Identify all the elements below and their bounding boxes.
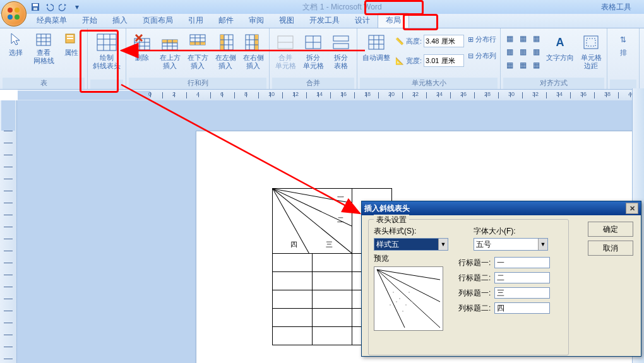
tab-classic[interactable]: 经典菜单 <box>29 13 75 28</box>
titlebar: ▾ 文档 1 - Microsoft Word 表格工具 <box>0 0 644 14</box>
align-mr-icon[interactable]: ▦ <box>530 45 542 58</box>
office-button[interactable] <box>1 1 27 27</box>
delete-icon <box>132 32 152 52</box>
properties-button[interactable]: 属性 <box>58 31 85 58</box>
align-tl-icon[interactable]: ▦ <box>503 32 516 45</box>
height-input[interactable] <box>424 35 464 47</box>
col2-label: 列标题二: <box>458 303 491 314</box>
table-cell[interactable] <box>313 254 352 272</box>
table-cell[interactable] <box>273 309 313 327</box>
split-table-button[interactable]: 拆分 表格 <box>328 31 354 71</box>
text-dir-icon: A <box>550 32 570 52</box>
tab-design[interactable]: 设计 <box>347 13 378 28</box>
col1-label: 列标题一: <box>458 288 491 299</box>
align-br-icon[interactable]: ▦ <box>530 59 542 71</box>
table-draw-icon <box>97 32 117 52</box>
tab-review[interactable]: 审阅 <box>241 13 271 28</box>
align-tr-icon[interactable]: ▦ <box>530 32 542 45</box>
table-cell[interactable] <box>313 327 352 345</box>
cursor-icon <box>8 32 23 47</box>
svg-rect-32 <box>190 42 205 45</box>
insert-above-button[interactable]: 在上方 插入 <box>157 31 183 71</box>
insert-below-button[interactable]: 在下方 插入 <box>184 31 211 71</box>
svg-point-79 <box>412 301 413 302</box>
table-cell[interactable] <box>273 254 313 272</box>
distribute-rows-button[interactable]: ⊞分布行 <box>468 35 496 44</box>
cancel-button[interactable]: 取消 <box>588 241 633 256</box>
align-mc-icon[interactable]: ▦ <box>516 45 529 58</box>
insert-right-button[interactable]: 在右侧 插入 <box>240 31 266 71</box>
svg-rect-6 <box>33 8 37 10</box>
ok-button[interactable]: 确定 <box>588 222 633 237</box>
table-cell[interactable] <box>313 272 352 290</box>
undo-icon[interactable] <box>43 1 56 13</box>
table-cell[interactable] <box>273 290 313 309</box>
select-button[interactable]: 选择 <box>3 31 29 58</box>
save-icon[interactable] <box>29 1 42 13</box>
col-width-field[interactable]: 📐宽度: <box>395 54 464 67</box>
tab-pagelayout[interactable]: 页面布局 <box>135 13 181 28</box>
row1-input[interactable] <box>494 257 550 268</box>
qat-dropdown-icon[interactable]: ▾ <box>71 1 83 13</box>
text-direction-button[interactable]: A文字方向 <box>544 31 576 63</box>
tab-insert[interactable]: 插入 <box>105 13 135 28</box>
svg-rect-26 <box>162 40 177 43</box>
col2-input[interactable] <box>494 302 550 314</box>
grid-icon <box>36 32 51 47</box>
svg-rect-14 <box>67 38 73 39</box>
svg-point-1 <box>15 8 20 13</box>
svg-point-80 <box>390 304 391 306</box>
row2-input[interactable] <box>494 272 550 283</box>
tab-references[interactable]: 引用 <box>181 13 211 28</box>
svg-point-75 <box>405 304 407 306</box>
preview-box <box>374 266 443 331</box>
style-select[interactable]: 样式五▼ <box>374 238 448 251</box>
split-cells-button[interactable]: 拆分 单元格 <box>300 31 326 71</box>
align-ml-icon[interactable]: ▦ <box>503 45 516 58</box>
table-cell[interactable] <box>273 327 313 345</box>
diagonal-header-cell[interactable]: 一 二 三 四 <box>273 189 352 254</box>
draw-diagonal-header-button[interactable]: 绘制 斜线表头 <box>90 31 123 71</box>
style-label: 表头样式(S): <box>374 226 448 237</box>
dialog-titlebar[interactable]: 插入斜线表头 ✕ <box>362 201 641 215</box>
window-title: 文档 1 - Microsoft Word <box>83 2 601 13</box>
tab-view[interactable]: 视图 <box>271 13 302 28</box>
sort-button-partial[interactable]: ⇅排 <box>610 31 636 58</box>
table-cell[interactable] <box>313 290 352 309</box>
vertical-ruler[interactable] <box>0 100 17 363</box>
svg-point-76 <box>396 301 397 302</box>
svg-point-74 <box>399 298 400 299</box>
close-icon[interactable]: ✕ <box>626 203 638 214</box>
tab-mailings[interactable]: 邮件 <box>211 13 241 28</box>
redo-icon[interactable] <box>57 1 69 13</box>
distribute-cols-button[interactable]: ⊟分布列 <box>468 51 496 61</box>
tab-developer[interactable]: 开发工具 <box>302 13 347 28</box>
merge-cells-button[interactable]: 合并 单元格 <box>272 31 299 71</box>
width-input[interactable] <box>424 54 464 67</box>
sort-icon: ⇅ <box>616 32 631 47</box>
context-tab-title: 表格工具 <box>601 2 644 13</box>
svg-point-2 <box>8 15 13 20</box>
insert-left-button[interactable]: 在左侧 插入 <box>212 31 239 71</box>
table-cell[interactable] <box>273 272 313 290</box>
tab-home[interactable]: 开始 <box>75 13 105 28</box>
split-icon <box>303 32 323 52</box>
svg-rect-61 <box>584 36 598 49</box>
col1-input[interactable] <box>494 287 550 299</box>
table-cell[interactable] <box>313 309 352 327</box>
delete-button[interactable]: 删除 <box>129 31 155 63</box>
view-gridlines-button[interactable]: 查看 网格线 <box>30 31 57 66</box>
autofit-button[interactable]: 自动调整 <box>360 31 393 63</box>
font-size-select[interactable]: 五号▼ <box>474 238 548 251</box>
margins-icon <box>581 32 601 52</box>
align-tc-icon[interactable]: ▦ <box>516 32 529 45</box>
align-bl-icon[interactable]: ▦ <box>503 59 516 71</box>
svg-line-72 <box>377 270 405 328</box>
group-merge: 合并 单元格 拆分 单元格 拆分 表格 合并 <box>270 28 357 89</box>
chevron-down-icon: ▼ <box>438 239 448 250</box>
tab-layout[interactable]: 布局 <box>378 13 409 28</box>
align-bc-icon[interactable]: ▦ <box>516 59 529 71</box>
svg-rect-38 <box>220 35 224 50</box>
cell-margins-button[interactable]: 单元格 边距 <box>578 31 604 71</box>
row-height-field[interactable]: 📏高度: <box>395 35 464 47</box>
